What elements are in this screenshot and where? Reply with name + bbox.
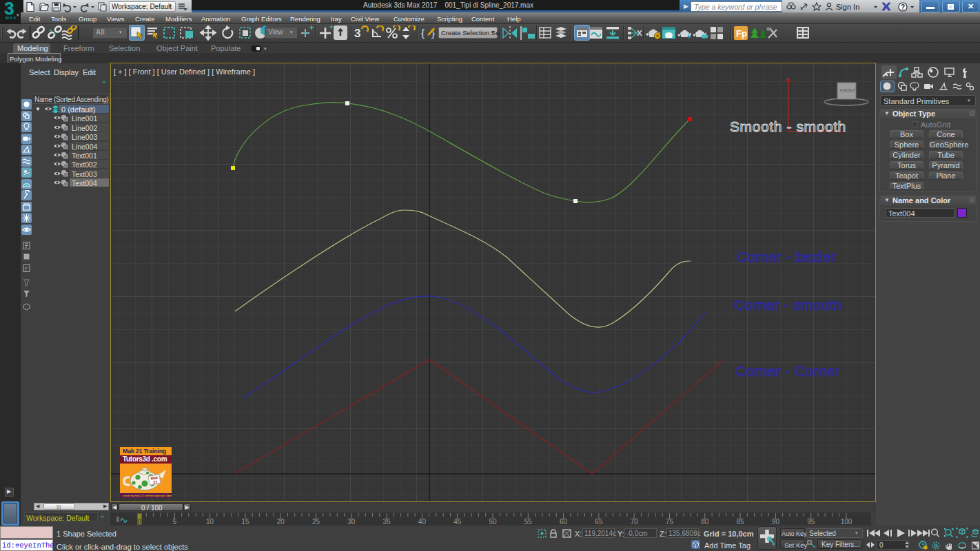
svg-text:Sign In: Sign In [836, 3, 859, 11]
svg-text:3: 3 [354, 27, 360, 40]
svg-text:10: 10 [206, 518, 214, 526]
svg-text:{: { [421, 27, 425, 39]
svg-text:80: 80 [701, 518, 709, 526]
svg-text:40: 40 [418, 518, 427, 526]
svg-text:FRONT: FRONT [840, 88, 855, 93]
svg-text:20: 20 [277, 518, 285, 526]
svg-text:90: 90 [772, 518, 780, 526]
svg-text:85: 85 [737, 518, 745, 526]
svg-text:F: F [25, 266, 28, 272]
svg-text:25: 25 [312, 518, 320, 526]
svg-text:30: 30 [347, 518, 356, 526]
svg-text:Fp: Fp [736, 28, 747, 39]
svg-text:15: 15 [241, 518, 249, 526]
svg-text:75: 75 [666, 518, 674, 526]
svg-text:65: 65 [595, 518, 603, 526]
svg-text:55: 55 [524, 518, 533, 526]
svg-text:?: ? [901, 3, 905, 11]
svg-text:60: 60 [560, 518, 568, 526]
svg-text:35: 35 [383, 518, 391, 526]
svg-text:21: 21 [153, 479, 158, 484]
svg-text:45: 45 [453, 518, 462, 526]
svg-text:50: 50 [489, 518, 497, 526]
svg-text:5: 5 [173, 518, 177, 526]
svg-text:70: 70 [631, 518, 639, 526]
svg-text:95: 95 [807, 518, 815, 526]
svg-text:100: 100 [841, 518, 853, 526]
